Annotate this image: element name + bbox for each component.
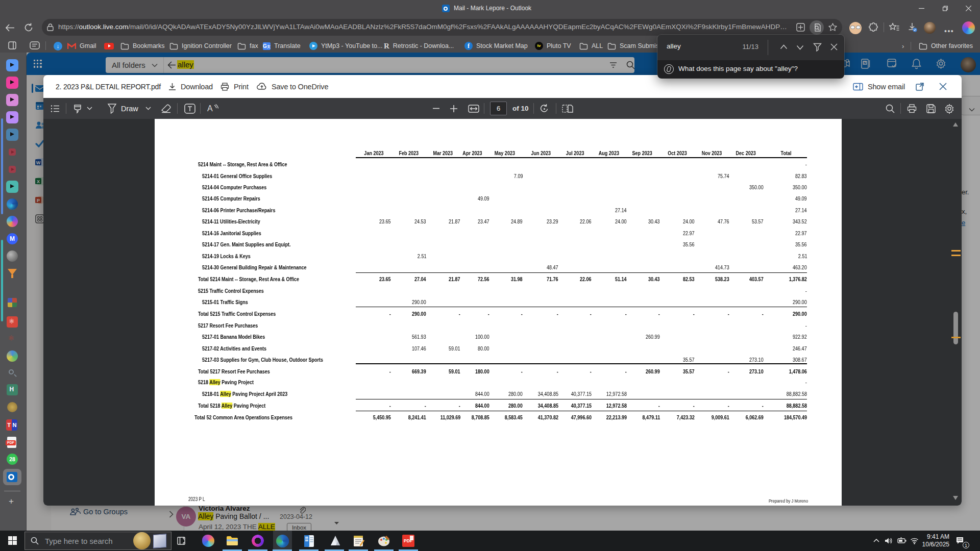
- svg-text:A: A: [207, 104, 213, 113]
